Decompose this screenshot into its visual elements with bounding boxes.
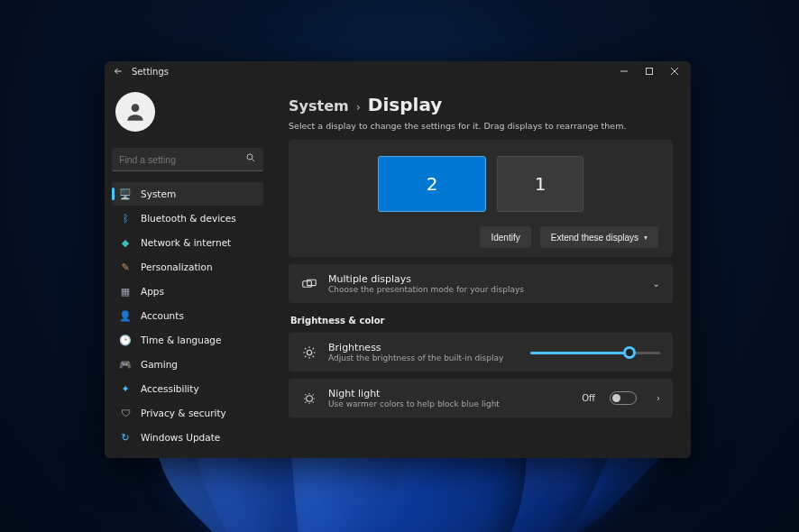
svg-point-6 — [307, 395, 313, 401]
breadcrumb-parent[interactable]: System — [289, 97, 349, 115]
search-field[interactable] — [119, 154, 245, 165]
accessibility-icon: ✦ — [119, 383, 132, 395]
sidebar-item-bluetooth[interactable]: ᛒBluetooth & devices — [112, 206, 263, 230]
sidebar-item-label: Windows Update — [141, 432, 220, 443]
setting-title: Night light — [328, 388, 500, 399]
sidebar-item-label: Privacy & security — [141, 408, 226, 418]
sidebar-item-label: Accessibility — [141, 383, 199, 394]
update-icon: ↻ — [119, 432, 132, 444]
monitor-1[interactable]: 1 — [497, 156, 583, 212]
identify-button[interactable]: Identify — [480, 226, 530, 248]
setting-sub: Adjust the brightness of the built-in di… — [328, 353, 503, 362]
search-icon — [245, 152, 256, 166]
sidebar-item-label: Bluetooth & devices — [141, 213, 236, 224]
sidebar-item-accessibility[interactable]: ✦Accessibility — [112, 377, 263, 400]
setting-sub: Use warmer colors to help block blue lig… — [328, 399, 500, 408]
chevron-right-icon: › — [356, 100, 361, 114]
chevron-down-icon: ▾ — [644, 234, 647, 242]
avatar[interactable] — [115, 92, 155, 132]
svg-point-2 — [247, 154, 253, 160]
sidebar-item-label: System — [141, 188, 176, 199]
maximize-button[interactable] — [637, 61, 662, 81]
clock-icon: 🕑 — [119, 335, 132, 346]
extend-displays-dropdown[interactable]: Extend these displays▾ — [540, 226, 658, 248]
nav: 🖥️System ᛒBluetooth & devices ◆Network &… — [112, 182, 263, 449]
search-input[interactable] — [112, 148, 263, 171]
settings-window: Settings 🖥️System ᛒBluetooth & devices ◆… — [105, 61, 691, 458]
night-light-state: Off — [582, 393, 595, 403]
sidebar-item-update[interactable]: ↻Windows Update — [112, 426, 263, 449]
sidebar-item-system[interactable]: 🖥️System — [112, 182, 263, 206]
night-light-toggle[interactable] — [610, 391, 637, 405]
sidebar-item-label: Time & language — [141, 335, 221, 345]
chevron-down-icon[interactable]: ⌄ — [653, 279, 660, 289]
night-light-icon — [301, 391, 317, 406]
sidebar-item-apps[interactable]: ▦Apps — [112, 280, 263, 303]
monitor-layout[interactable]: 2 1 — [303, 156, 658, 212]
titlebar: Settings — [105, 61, 691, 81]
bluetooth-icon: ᛒ — [119, 213, 132, 225]
sidebar-item-privacy[interactable]: 🛡Privacy & security — [112, 401, 263, 425]
display-arrange-panel: 2 1 Identify Extend these displays▾ — [289, 140, 673, 257]
svg-point-1 — [132, 104, 140, 112]
sidebar-item-gaming[interactable]: 🎮Gaming — [112, 353, 263, 376]
window-title: Settings — [132, 67, 169, 77]
multiple-displays-row[interactable]: Multiple displays Choose the presentatio… — [289, 264, 673, 303]
gamepad-icon: 🎮 — [119, 359, 132, 371]
sidebar-item-label: Accounts — [141, 310, 184, 321]
sidebar-item-label: Personalization — [141, 261, 213, 272]
setting-title: Multiple displays — [328, 273, 524, 285]
monitor-2[interactable]: 2 — [378, 156, 486, 212]
system-icon: 🖥️ — [119, 188, 132, 200]
sidebar-item-personalization[interactable]: ✎Personalization — [112, 255, 263, 279]
apps-icon: ▦ — [119, 286, 132, 298]
setting-title: Brightness — [328, 342, 503, 353]
multiple-displays-icon — [301, 279, 317, 289]
chevron-right-icon[interactable]: › — [657, 393, 660, 403]
slider-thumb[interactable] — [623, 346, 636, 359]
setting-sub: Choose the presentation mode for your di… — [328, 285, 524, 294]
back-button[interactable] — [108, 66, 128, 77]
section-brightness-color: Brightness & color — [290, 316, 673, 326]
night-light-row[interactable]: Night light Use warmer colors to help bl… — [289, 379, 673, 417]
sidebar-item-accounts[interactable]: 👤Accounts — [112, 304, 263, 327]
shield-icon: 🛡 — [119, 408, 132, 419]
svg-point-5 — [307, 350, 311, 354]
close-button[interactable] — [662, 61, 687, 81]
brightness-row: Brightness Adjust the brightness of the … — [289, 333, 673, 371]
breadcrumb: System › Display — [289, 94, 673, 115]
sidebar-item-network[interactable]: ◆Network & internet — [112, 231, 263, 254]
sidebar-item-time[interactable]: 🕑Time & language — [112, 328, 263, 352]
sidebar: 🖥️System ᛒBluetooth & devices ◆Network &… — [105, 81, 271, 458]
sidebar-item-label: Gaming — [141, 359, 178, 370]
brightness-slider[interactable] — [530, 344, 660, 361]
svg-rect-0 — [647, 69, 653, 75]
page-title: Display — [368, 94, 442, 115]
arrange-hint: Select a display to change the settings … — [289, 121, 673, 131]
main-panel: System › Display Select a display to cha… — [271, 81, 691, 458]
sidebar-item-label: Apps — [141, 286, 164, 297]
person-icon: 👤 — [119, 310, 132, 322]
wifi-icon: ◆ — [119, 237, 132, 249]
brightness-icon — [301, 345, 317, 360]
brush-icon: ✎ — [119, 261, 132, 273]
sidebar-item-label: Network & internet — [141, 237, 231, 248]
minimize-button[interactable] — [611, 61, 637, 81]
